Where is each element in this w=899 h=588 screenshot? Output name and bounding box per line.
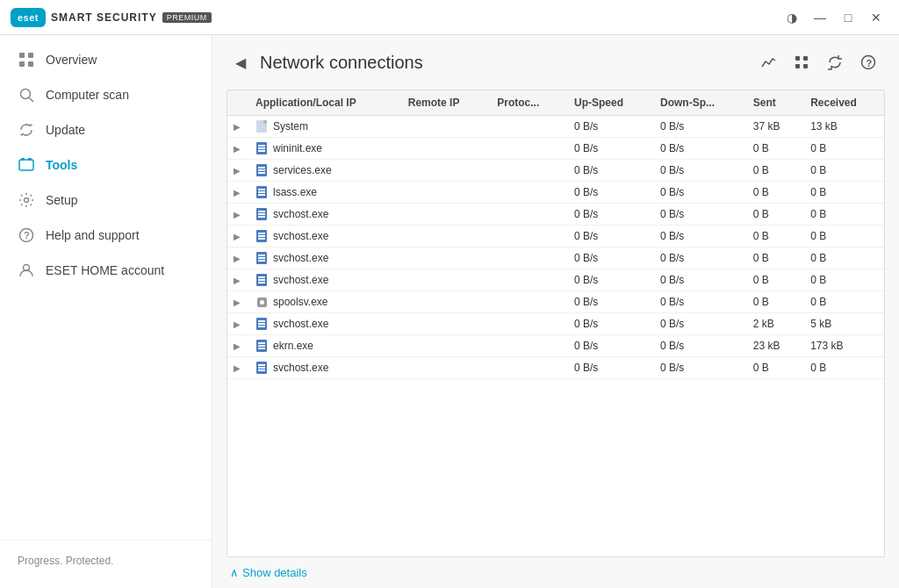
table-row[interactable]: ▶services.exe0 B/s0 B/s0 B0 B [227, 160, 884, 182]
minimize-button[interactable]: — [808, 5, 832, 30]
sent-cell: 2 kB [744, 313, 802, 335]
sidebar-item-eset-home[interactable]: ESET HOME account [0, 253, 212, 288]
expand-button[interactable]: ▶ [231, 209, 243, 220]
sidebar-item-update-label: Update [46, 123, 85, 137]
table-row[interactable]: ▶svchost.exe0 B/s0 B/s0 B0 B [227, 247, 884, 269]
app-column-header[interactable]: Application/Local IP [247, 90, 399, 116]
remote-ip-cell [399, 269, 489, 291]
downspeed-cell: 0 B/s [651, 269, 744, 291]
downspeed-column-header[interactable]: Down-Sp... [651, 90, 744, 116]
downspeed-cell: 0 B/s [651, 357, 744, 379]
received-cell: 0 B [802, 247, 884, 269]
grid-view-button[interactable] [788, 49, 815, 75]
expand-button[interactable]: ▶ [231, 165, 243, 176]
show-details-button[interactable]: ∧ Show details [230, 566, 307, 579]
sidebar-item-setup[interactable]: Setup [0, 183, 212, 218]
svg-rect-15 [795, 64, 800, 68]
expand-button[interactable]: ▶ [231, 231, 243, 242]
sidebar-item-help-support[interactable]: ? Help and support [0, 218, 212, 253]
app-name-cell: services.exe [247, 160, 399, 182]
upspeed-cell: 0 B/s [565, 182, 651, 204]
network-connections-table-container: Application/Local IP Remote IP Protoc...… [227, 90, 885, 557]
chart-view-button[interactable] [755, 49, 781, 75]
svg-rect-3 [28, 61, 33, 67]
svg-rect-16 [803, 64, 808, 68]
expand-button[interactable]: ▶ [231, 275, 243, 286]
expand-button[interactable]: ▶ [231, 362, 243, 374]
expand-button[interactable]: ▶ [231, 187, 243, 198]
remote-ip-cell [399, 116, 489, 138]
logo-box: eset [11, 8, 46, 27]
tools-icon [18, 156, 35, 174]
content-header-left: ◀ Network connections [230, 53, 423, 73]
sidebar-item-overview[interactable]: Overview [0, 42, 212, 77]
table-row[interactable]: ▶ekrn.exe0 B/s0 B/s23 kB173 kB [227, 335, 884, 357]
sidebar-item-tools[interactable]: Tools [0, 147, 212, 183]
received-column-header[interactable]: Received [802, 90, 884, 116]
eset-logo: eset SMART SECURITY PREMIUM [11, 8, 212, 27]
protocol-cell [488, 313, 565, 335]
expand-button[interactable]: ▶ [231, 253, 243, 264]
protocol-cell [488, 357, 565, 379]
expand-button[interactable]: ▶ [231, 319, 243, 330]
table-row[interactable]: ▶svchost.exe0 B/s0 B/s0 B0 B [227, 357, 884, 379]
help-button[interactable]: ? [855, 49, 881, 75]
svg-rect-2 [19, 61, 25, 67]
app-name-cell: svchost.exe [247, 226, 399, 247]
table-row[interactable]: ▶svchost.exe0 B/s0 B/s2 kB5 kB [227, 313, 884, 335]
remote-ip-column-header[interactable]: Remote IP [399, 90, 489, 116]
protocol-cell [488, 204, 565, 226]
sidebar-item-computer-scan[interactable]: Computer scan [0, 77, 212, 112]
svg-rect-8 [28, 158, 32, 161]
expand-button[interactable]: ▶ [231, 341, 243, 352]
sent-cell: 0 B [744, 226, 802, 247]
table-row[interactable]: ▶svchost.exe0 B/s0 B/s0 B0 B [227, 269, 884, 291]
table-row[interactable]: ▶svchost.exe0 B/s0 B/s0 B0 B [227, 226, 884, 247]
close-button[interactable]: ✕ [864, 5, 888, 30]
network-connections-table: Application/Local IP Remote IP Protoc...… [227, 90, 884, 379]
main-layout: Overview Computer scan Update [0, 35, 899, 588]
app-name-cell: svchost.exe [247, 247, 399, 269]
refresh-button[interactable] [822, 49, 848, 75]
upspeed-column-header[interactable]: Up-Speed [565, 90, 651, 116]
back-button[interactable]: ◀ [230, 53, 251, 73]
overview-icon [18, 51, 35, 68]
remote-ip-cell [399, 291, 489, 313]
title-bar-left: eset SMART SECURITY PREMIUM [11, 8, 212, 27]
sidebar-item-update[interactable]: Update [0, 112, 212, 147]
sent-cell: 23 kB [744, 335, 802, 357]
app-file-icon [255, 186, 268, 198]
remote-ip-cell [399, 357, 489, 379]
table-row[interactable]: ▶svchost.exe0 B/s0 B/s0 B0 B [227, 204, 884, 226]
received-cell: 0 B [802, 204, 884, 226]
upspeed-cell: 0 B/s [565, 116, 651, 138]
maximize-button[interactable]: □ [836, 5, 860, 30]
table-row[interactable]: ▶wininit.exe0 B/s0 B/s0 B0 B [227, 138, 884, 160]
app-file-icon [255, 296, 268, 308]
expand-button[interactable]: ▶ [231, 121, 243, 133]
upspeed-cell: 0 B/s [565, 335, 651, 357]
remote-ip-cell [399, 138, 489, 160]
downspeed-cell: 0 B/s [651, 160, 744, 182]
sent-column-header[interactable]: Sent [744, 90, 802, 116]
svg-point-20 [260, 300, 264, 305]
table-row[interactable]: ▶lsass.exe0 B/s0 B/s0 B0 B [227, 182, 884, 204]
header-actions: ? [755, 49, 881, 75]
protocol-cell [488, 116, 565, 138]
downspeed-cell: 0 B/s [651, 116, 744, 138]
expand-button[interactable]: ▶ [231, 143, 243, 154]
received-cell: 0 B [802, 291, 884, 313]
protocol-column-header[interactable]: Protoc... [488, 90, 565, 116]
app-name-text: wininit.exe [273, 142, 322, 154]
app-name-cell: System [247, 116, 399, 138]
table-row[interactable]: ▶spoolsv.exe0 B/s0 B/s0 B0 B [227, 291, 884, 313]
received-cell: 5 kB [802, 313, 884, 335]
remote-ip-cell [399, 335, 489, 357]
theme-toggle-button[interactable]: ◑ [780, 5, 804, 30]
received-cell: 0 B [802, 160, 884, 182]
svg-text:?: ? [867, 58, 873, 68]
downspeed-cell: 0 B/s [651, 291, 744, 313]
app-file-icon [255, 318, 268, 330]
expand-button[interactable]: ▶ [231, 297, 243, 308]
table-row[interactable]: ▶System0 B/s0 B/s37 kB13 kB [227, 116, 884, 138]
